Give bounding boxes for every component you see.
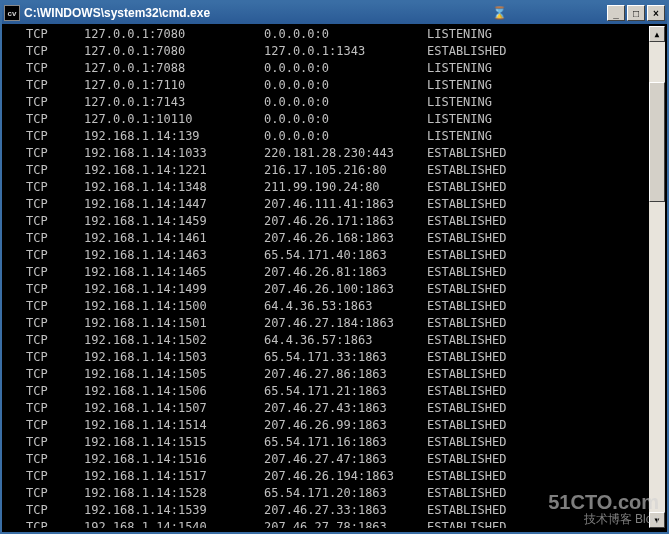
remote-address-cell: 207.46.27.184:1863 <box>264 315 427 332</box>
cmd-window: cv C:\WINDOWS\system32\cmd.exe ⌛ _ □ × T… <box>0 0 669 534</box>
proto-cell: TCP <box>26 128 84 145</box>
remote-address-cell: 220.181.28.230:443 <box>264 145 427 162</box>
proto-cell: TCP <box>26 60 84 77</box>
remote-address-cell: 207.46.27.86:1863 <box>264 366 427 383</box>
local-address-cell: 192.168.1.14:1517 <box>84 468 264 485</box>
netstat-row: TCP192.168.1.14:1390.0.0.0:0LISTENING <box>6 128 649 145</box>
remote-address-cell: 65.54.171.21:1863 <box>264 383 427 400</box>
proto-cell: TCP <box>26 417 84 434</box>
netstat-row: TCP127.0.0.1:71100.0.0.0:0LISTENING <box>6 77 649 94</box>
row-indent <box>6 128 26 145</box>
local-address-cell: 192.168.1.14:1447 <box>84 196 264 213</box>
row-indent <box>6 298 26 315</box>
local-address-cell: 192.168.1.14:1463 <box>84 247 264 264</box>
window-title: C:\WINDOWS\system32\cmd.exe <box>24 6 491 20</box>
minimize-button[interactable]: _ <box>607 5 625 21</box>
local-address-cell: 192.168.1.14:1503 <box>84 349 264 366</box>
local-address-cell: 192.168.1.14:1505 <box>84 366 264 383</box>
scroll-track[interactable] <box>649 42 665 512</box>
state-cell: ESTABLISHED <box>427 434 649 451</box>
proto-cell: TCP <box>26 179 84 196</box>
row-indent <box>6 281 26 298</box>
netstat-row: TCP192.168.1.14:150365.54.171.33:1863EST… <box>6 349 649 366</box>
terminal-output[interactable]: TCP127.0.0.1:70800.0.0.0:0LISTENING TCP1… <box>6 26 649 528</box>
row-indent <box>6 145 26 162</box>
netstat-row: TCP192.168.1.14:151565.54.171.16:1863EST… <box>6 434 649 451</box>
remote-address-cell: 0.0.0.0:0 <box>264 26 427 43</box>
state-cell: ESTABLISHED <box>427 213 649 230</box>
local-address-cell: 127.0.0.1:7080 <box>84 26 264 43</box>
row-indent <box>6 94 26 111</box>
remote-address-cell: 0.0.0.0:0 <box>264 128 427 145</box>
titlebar[interactable]: cv C:\WINDOWS\system32\cmd.exe ⌛ _ □ × <box>2 2 667 24</box>
row-indent <box>6 468 26 485</box>
row-indent <box>6 366 26 383</box>
close-button[interactable]: × <box>647 5 665 21</box>
state-cell: LISTENING <box>427 111 649 128</box>
row-indent <box>6 162 26 179</box>
proto-cell: TCP <box>26 162 84 179</box>
row-indent <box>6 502 26 519</box>
netstat-row: TCP192.168.1.14:1539207.46.27.33:1863EST… <box>6 502 649 519</box>
state-cell: LISTENING <box>427 26 649 43</box>
local-address-cell: 192.168.1.14:1500 <box>84 298 264 315</box>
local-address-cell: 192.168.1.14:1499 <box>84 281 264 298</box>
local-address-cell: 192.168.1.14:1515 <box>84 434 264 451</box>
cmd-icon: cv <box>4 5 20 21</box>
row-indent <box>6 264 26 281</box>
state-cell: ESTABLISHED <box>427 451 649 468</box>
state-cell: ESTABLISHED <box>427 264 649 281</box>
state-cell: ESTABLISHED <box>427 349 649 366</box>
proto-cell: TCP <box>26 77 84 94</box>
proto-cell: TCP <box>26 298 84 315</box>
row-indent <box>6 485 26 502</box>
local-address-cell: 192.168.1.14:1540 <box>84 519 264 528</box>
remote-address-cell: 207.46.111.41:1863 <box>264 196 427 213</box>
vertical-scrollbar[interactable]: ▲ ▼ <box>649 26 665 528</box>
remote-address-cell: 207.46.26.168:1863 <box>264 230 427 247</box>
local-address-cell: 192.168.1.14:1033 <box>84 145 264 162</box>
proto-cell: TCP <box>26 519 84 528</box>
window-buttons: _ □ × <box>607 5 665 21</box>
local-address-cell: 192.168.1.14:1221 <box>84 162 264 179</box>
proto-cell: TCP <box>26 468 84 485</box>
proto-cell: TCP <box>26 366 84 383</box>
state-cell: ESTABLISHED <box>427 230 649 247</box>
remote-address-cell: 207.46.27.43:1863 <box>264 400 427 417</box>
local-address-cell: 127.0.0.1:10110 <box>84 111 264 128</box>
state-cell: ESTABLISHED <box>427 400 649 417</box>
row-indent <box>6 60 26 77</box>
state-cell: ESTABLISHED <box>427 519 649 528</box>
remote-address-cell: 127.0.0.1:1343 <box>264 43 427 60</box>
proto-cell: TCP <box>26 451 84 468</box>
row-indent <box>6 247 26 264</box>
netstat-row: TCP127.0.0.1:70800.0.0.0:0LISTENING <box>6 26 649 43</box>
proto-cell: TCP <box>26 213 84 230</box>
state-cell: ESTABLISHED <box>427 145 649 162</box>
netstat-row: TCP192.168.1.14:1507207.46.27.43:1863EST… <box>6 400 649 417</box>
remote-address-cell: 211.99.190.24:80 <box>264 179 427 196</box>
remote-address-cell: 207.46.26.100:1863 <box>264 281 427 298</box>
proto-cell: TCP <box>26 94 84 111</box>
scroll-down-button[interactable]: ▼ <box>649 512 665 528</box>
local-address-cell: 192.168.1.14:1506 <box>84 383 264 400</box>
netstat-row: TCP192.168.1.14:1517207.46.26.194:1863ES… <box>6 468 649 485</box>
local-address-cell: 192.168.1.14:1502 <box>84 332 264 349</box>
row-indent <box>6 519 26 528</box>
netstat-row: TCP192.168.1.14:1221216.17.105.216:80EST… <box>6 162 649 179</box>
local-address-cell: 192.168.1.14:139 <box>84 128 264 145</box>
local-address-cell: 192.168.1.14:1461 <box>84 230 264 247</box>
row-indent <box>6 383 26 400</box>
maximize-button[interactable]: □ <box>627 5 645 21</box>
state-cell: LISTENING <box>427 128 649 145</box>
local-address-cell: 192.168.1.14:1501 <box>84 315 264 332</box>
remote-address-cell: 0.0.0.0:0 <box>264 111 427 128</box>
scroll-thumb[interactable] <box>649 82 665 202</box>
proto-cell: TCP <box>26 502 84 519</box>
state-cell: ESTABLISHED <box>427 468 649 485</box>
scroll-up-button[interactable]: ▲ <box>649 26 665 42</box>
remote-address-cell: 64.4.36.53:1863 <box>264 298 427 315</box>
netstat-row: TCP192.168.1.14:146365.54.171.40:1863EST… <box>6 247 649 264</box>
remote-address-cell: 0.0.0.0:0 <box>264 77 427 94</box>
state-cell: ESTABLISHED <box>427 281 649 298</box>
